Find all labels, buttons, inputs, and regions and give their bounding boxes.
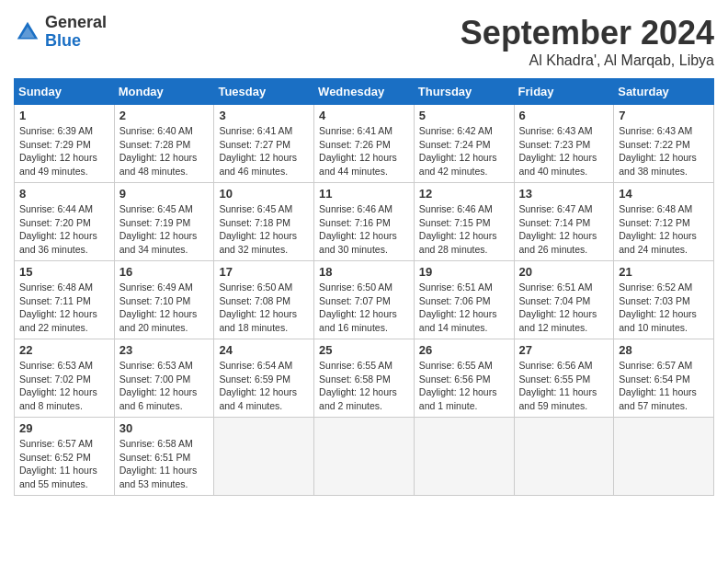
day-info: Sunrise: 6:41 AM Sunset: 7:27 PM Dayligh…	[219, 124, 309, 178]
day-number: 5	[419, 109, 509, 122]
day-cell-1: 1Sunrise: 6:39 AM Sunset: 7:29 PM Daylig…	[15, 105, 115, 183]
day-cell-11: 11Sunrise: 6:46 AM Sunset: 7:16 PM Dayli…	[314, 183, 415, 261]
header-tuesday: Tuesday	[214, 79, 314, 105]
header-saturday: Saturday	[614, 79, 714, 105]
day-info: Sunrise: 6:54 AM Sunset: 6:59 PM Dayligh…	[219, 359, 309, 413]
day-info: Sunrise: 6:51 AM Sunset: 7:06 PM Dayligh…	[419, 281, 509, 335]
day-info: Sunrise: 6:55 AM Sunset: 6:56 PM Dayligh…	[419, 359, 509, 413]
day-info: Sunrise: 6:57 AM Sunset: 6:52 PM Dayligh…	[19, 437, 109, 491]
month-title: September 2024	[461, 14, 714, 52]
day-info: Sunrise: 6:47 AM Sunset: 7:14 PM Dayligh…	[519, 202, 609, 257]
week-row-5: 29Sunrise: 6:57 AM Sunset: 6:52 PM Dayli…	[15, 418, 714, 496]
day-number: 7	[619, 109, 709, 122]
day-cell-29: 29Sunrise: 6:57 AM Sunset: 6:52 PM Dayli…	[15, 418, 115, 496]
header-sunday: Sunday	[15, 79, 115, 105]
day-number: 11	[319, 187, 409, 201]
empty-cell	[514, 418, 614, 496]
day-cell-4: 4Sunrise: 6:41 AM Sunset: 7:26 PM Daylig…	[314, 105, 415, 183]
day-info: Sunrise: 6:58 AM Sunset: 6:51 PM Dayligh…	[119, 437, 210, 491]
logo-general: General	[45, 14, 107, 32]
location: Al Khadra', Al Marqab, Libya	[461, 52, 714, 69]
day-cell-18: 18Sunrise: 6:50 AM Sunset: 7:07 PM Dayli…	[314, 261, 415, 339]
day-info: Sunrise: 6:42 AM Sunset: 7:24 PM Dayligh…	[419, 124, 509, 178]
day-info: Sunrise: 6:43 AM Sunset: 7:22 PM Dayligh…	[619, 124, 709, 178]
day-cell-10: 10Sunrise: 6:45 AM Sunset: 7:18 PM Dayli…	[214, 183, 314, 261]
header-friday: Friday	[514, 79, 614, 105]
day-cell-30: 30Sunrise: 6:58 AM Sunset: 6:51 PM Dayli…	[114, 418, 214, 496]
week-row-3: 15Sunrise: 6:48 AM Sunset: 7:11 PM Dayli…	[15, 261, 714, 339]
day-number: 17	[219, 265, 309, 279]
day-info: Sunrise: 6:41 AM Sunset: 7:26 PM Dayligh…	[319, 124, 409, 178]
day-info: Sunrise: 6:45 AM Sunset: 7:18 PM Dayligh…	[219, 202, 309, 257]
day-cell-16: 16Sunrise: 6:49 AM Sunset: 7:10 PM Dayli…	[114, 261, 214, 339]
header-wednesday: Wednesday	[314, 79, 415, 105]
day-number: 2	[119, 109, 210, 122]
day-number: 16	[119, 265, 210, 279]
day-info: Sunrise: 6:46 AM Sunset: 7:16 PM Dayligh…	[319, 202, 409, 257]
day-number: 25	[319, 343, 409, 357]
day-number: 13	[519, 187, 609, 201]
empty-cell	[314, 418, 415, 496]
day-cell-6: 6Sunrise: 6:43 AM Sunset: 7:23 PM Daylig…	[514, 105, 614, 183]
header-monday: Monday	[114, 79, 214, 105]
day-number: 9	[119, 187, 210, 201]
day-number: 30	[119, 421, 210, 435]
day-cell-13: 13Sunrise: 6:47 AM Sunset: 7:14 PM Dayli…	[514, 183, 614, 261]
empty-cell	[414, 418, 514, 496]
day-info: Sunrise: 6:43 AM Sunset: 7:23 PM Dayligh…	[519, 124, 609, 178]
week-row-2: 8Sunrise: 6:44 AM Sunset: 7:20 PM Daylig…	[15, 183, 714, 261]
day-info: Sunrise: 6:50 AM Sunset: 7:07 PM Dayligh…	[319, 281, 409, 335]
day-info: Sunrise: 6:44 AM Sunset: 7:20 PM Dayligh…	[19, 202, 109, 257]
day-cell-2: 2Sunrise: 6:40 AM Sunset: 7:28 PM Daylig…	[114, 105, 214, 183]
day-cell-8: 8Sunrise: 6:44 AM Sunset: 7:20 PM Daylig…	[15, 183, 115, 261]
day-info: Sunrise: 6:48 AM Sunset: 7:11 PM Dayligh…	[19, 281, 109, 335]
day-info: Sunrise: 6:49 AM Sunset: 7:10 PM Dayligh…	[119, 281, 210, 335]
day-cell-21: 21Sunrise: 6:52 AM Sunset: 7:03 PM Dayli…	[614, 261, 714, 339]
logo: General Blue	[14, 14, 107, 51]
day-number: 1	[19, 109, 109, 122]
day-number: 26	[419, 343, 509, 357]
week-row-4: 22Sunrise: 6:53 AM Sunset: 7:02 PM Dayli…	[15, 339, 714, 418]
day-number: 28	[619, 343, 709, 357]
day-cell-9: 9Sunrise: 6:45 AM Sunset: 7:19 PM Daylig…	[114, 183, 214, 261]
header-row: SundayMondayTuesdayWednesdayThursdayFrid…	[15, 79, 714, 105]
day-number: 10	[219, 187, 309, 201]
day-cell-5: 5Sunrise: 6:42 AM Sunset: 7:24 PM Daylig…	[414, 105, 514, 183]
day-info: Sunrise: 6:53 AM Sunset: 7:00 PM Dayligh…	[119, 359, 210, 413]
day-info: Sunrise: 6:57 AM Sunset: 6:54 PM Dayligh…	[619, 359, 709, 413]
day-cell-12: 12Sunrise: 6:46 AM Sunset: 7:15 PM Dayli…	[414, 183, 514, 261]
day-number: 15	[19, 265, 109, 279]
day-number: 18	[319, 265, 409, 279]
day-info: Sunrise: 6:56 AM Sunset: 6:55 PM Dayligh…	[519, 359, 609, 413]
day-cell-15: 15Sunrise: 6:48 AM Sunset: 7:11 PM Dayli…	[15, 261, 115, 339]
day-number: 29	[19, 421, 109, 435]
day-info: Sunrise: 6:40 AM Sunset: 7:28 PM Dayligh…	[119, 124, 210, 178]
day-cell-14: 14Sunrise: 6:48 AM Sunset: 7:12 PM Dayli…	[614, 183, 714, 261]
day-number: 14	[619, 187, 709, 201]
day-cell-17: 17Sunrise: 6:50 AM Sunset: 7:08 PM Dayli…	[214, 261, 314, 339]
day-info: Sunrise: 6:46 AM Sunset: 7:15 PM Dayligh…	[419, 202, 509, 257]
empty-cell	[214, 418, 314, 496]
day-cell-7: 7Sunrise: 6:43 AM Sunset: 7:22 PM Daylig…	[614, 105, 714, 183]
day-number: 22	[19, 343, 109, 357]
day-info: Sunrise: 6:53 AM Sunset: 7:02 PM Dayligh…	[19, 359, 109, 413]
day-cell-25: 25Sunrise: 6:55 AM Sunset: 6:58 PM Dayli…	[314, 339, 415, 418]
day-cell-24: 24Sunrise: 6:54 AM Sunset: 6:59 PM Dayli…	[214, 339, 314, 418]
day-number: 8	[19, 187, 109, 201]
day-number: 24	[219, 343, 309, 357]
day-cell-23: 23Sunrise: 6:53 AM Sunset: 7:00 PM Dayli…	[114, 339, 214, 418]
logo-text: General Blue	[45, 14, 107, 51]
page-header: General Blue September 2024 Al Khadra', …	[14, 14, 714, 69]
day-number: 12	[419, 187, 509, 201]
day-cell-26: 26Sunrise: 6:55 AM Sunset: 6:56 PM Dayli…	[414, 339, 514, 418]
day-info: Sunrise: 6:52 AM Sunset: 7:03 PM Dayligh…	[619, 281, 709, 335]
day-info: Sunrise: 6:51 AM Sunset: 7:04 PM Dayligh…	[519, 281, 609, 335]
day-number: 20	[519, 265, 609, 279]
day-cell-3: 3Sunrise: 6:41 AM Sunset: 7:27 PM Daylig…	[214, 105, 314, 183]
calendar: SundayMondayTuesdayWednesdayThursdayFrid…	[14, 78, 714, 496]
day-number: 23	[119, 343, 210, 357]
logo-icon	[14, 18, 41, 46]
day-number: 27	[519, 343, 609, 357]
title-area: September 2024 Al Khadra', Al Marqab, Li…	[461, 14, 714, 69]
empty-cell	[614, 418, 714, 496]
